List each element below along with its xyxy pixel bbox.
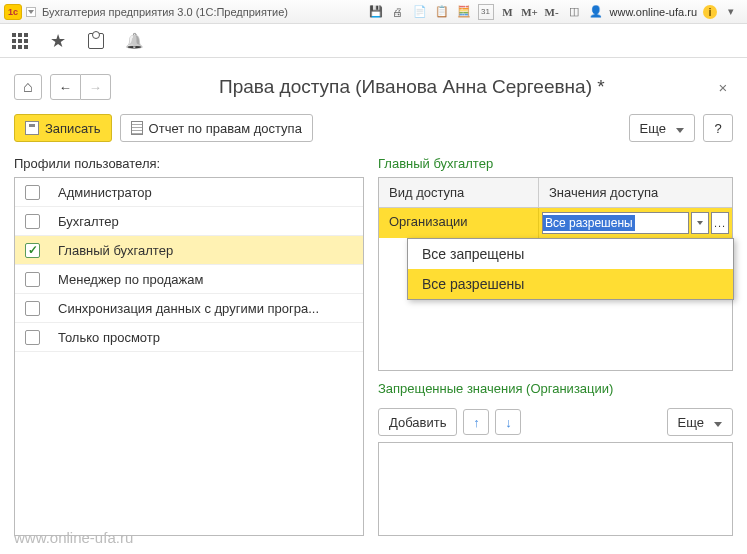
move-down-button[interactable] <box>495 409 521 435</box>
help-button[interactable]: ? <box>703 114 733 142</box>
page-header: ← → Права доступа (Иванова Анна Сергеевн… <box>14 74 733 100</box>
nav-forward-button[interactable]: → <box>81 74 111 100</box>
list-item[interactable]: Главный бухгалтер <box>15 236 363 265</box>
report-button[interactable]: Отчет по правам доступа <box>120 114 313 142</box>
checkbox[interactable] <box>25 301 40 316</box>
print-icon[interactable]: 🖨 <box>390 4 406 20</box>
app-title: Бухгалтерия предприятия 3.0 (1С:Предприя… <box>42 6 288 18</box>
value-dropdown-button[interactable] <box>691 212 709 234</box>
arrow-down-icon <box>505 415 512 430</box>
logo-1c-icon: 1c <box>4 4 22 20</box>
home-icon <box>23 78 33 96</box>
user-link[interactable]: www.online-ufa.ru <box>610 4 697 20</box>
main-toolbar <box>0 24 747 58</box>
checkbox[interactable] <box>25 185 40 200</box>
col-header-value: Значения доступа <box>539 178 732 207</box>
forbidden-values-list[interactable] <box>378 442 733 536</box>
m-minus-icon[interactable]: M- <box>544 4 560 20</box>
sysbar-icons: 💾 🖨 📄 📋 🧮 31 M M+ M- ◫ 👤 www.online-ufa.… <box>368 4 743 20</box>
list-item-label: Главный бухгалтер <box>58 243 173 258</box>
list-item[interactable]: Администратор <box>15 178 363 207</box>
access-kind-cell: Организации <box>379 208 539 238</box>
calendar-icon[interactable]: 31 <box>478 4 494 20</box>
save-button[interactable]: Записать <box>14 114 112 142</box>
checkbox[interactable] <box>25 272 40 287</box>
value-lookup-button[interactable]: ... <box>711 212 729 234</box>
table-row[interactable]: Организации Все разрешены ... <box>379 208 732 238</box>
user-icon[interactable]: 👤 <box>588 4 604 20</box>
clipboard-icon[interactable]: 📋 <box>434 4 450 20</box>
access-table: Вид доступа Значения доступа Организации… <box>378 177 733 371</box>
table-header: Вид доступа Значения доступа <box>379 178 732 208</box>
more-label: Еще <box>678 415 704 430</box>
arrow-up-icon <box>473 415 480 430</box>
action-bar: Записать Отчет по правам доступа Еще ? <box>14 114 733 142</box>
save-icon[interactable]: 💾 <box>368 4 384 20</box>
sysbar-more-dropdown[interactable]: ▾ <box>723 4 739 20</box>
profiles-list: Администратор Бухгалтер Главный бухгалте… <box>14 177 364 536</box>
checkbox-checked[interactable] <box>25 243 40 258</box>
notifications-icon[interactable] <box>124 31 144 51</box>
m-plus-icon[interactable]: M+ <box>522 4 538 20</box>
profiles-label: Профили пользователя: <box>14 156 364 171</box>
report-label: Отчет по правам доступа <box>149 121 302 136</box>
more-button[interactable]: Еще <box>629 114 695 142</box>
checkbox[interactable] <box>25 330 40 345</box>
page-title: Права доступа (Иванова Анна Сергеевна) * <box>119 76 705 98</box>
forbidden-more-button[interactable]: Еще <box>667 408 733 436</box>
dropdown-option[interactable]: Все разрешены <box>408 269 733 299</box>
info-icon[interactable]: i <box>703 5 717 19</box>
chevron-down-icon <box>672 121 684 136</box>
list-item-label: Только просмотр <box>58 330 160 345</box>
watermark: www.online-ufa.ru <box>14 529 133 546</box>
list-item[interactable]: Менеджер по продажам <box>15 265 363 294</box>
doc-icon[interactable]: 📄 <box>412 4 428 20</box>
history-icon[interactable] <box>86 31 106 51</box>
nav-back-button[interactable]: ← <box>50 74 81 100</box>
calc-icon[interactable]: 🧮 <box>456 4 472 20</box>
selected-value: Все разрешены <box>543 215 635 231</box>
access-value-field[interactable]: Все разрешены <box>542 212 689 234</box>
report-icon <box>131 121 143 135</box>
sysbar-menu-dropdown[interactable] <box>26 7 36 17</box>
list-item[interactable]: Синхронизация данных с другими програ... <box>15 294 363 323</box>
list-item[interactable]: Только просмотр <box>15 323 363 352</box>
list-item-label: Администратор <box>58 185 152 200</box>
add-label: Добавить <box>389 415 446 430</box>
chevron-down-icon <box>710 415 722 430</box>
panes-icon[interactable]: ◫ <box>566 4 582 20</box>
home-button[interactable] <box>14 74 42 100</box>
close-button[interactable]: × <box>713 79 733 96</box>
forbidden-label: Запрещенные значения (Организации) <box>378 381 733 396</box>
dropdown-option[interactable]: Все запрещены <box>408 239 733 269</box>
list-item-label: Бухгалтер <box>58 214 119 229</box>
apps-grid-icon[interactable] <box>10 31 30 51</box>
list-item-label: Менеджер по продажам <box>58 272 203 287</box>
checkbox[interactable] <box>25 214 40 229</box>
add-button[interactable]: Добавить <box>378 408 457 436</box>
list-item[interactable]: Бухгалтер <box>15 207 363 236</box>
system-titlebar: 1c Бухгалтерия предприятия 3.0 (1С:Предп… <box>0 0 747 24</box>
favorites-icon[interactable] <box>48 31 68 51</box>
save-label: Записать <box>45 121 101 136</box>
m-icon[interactable]: M <box>500 4 516 20</box>
value-dropdown-popup: Все запрещены Все разрешены <box>407 238 734 300</box>
more-label: Еще <box>640 121 666 136</box>
access-section-label: Главный бухгалтер <box>378 156 733 171</box>
forbidden-actions: Добавить Еще <box>378 408 733 436</box>
save-icon <box>25 121 39 135</box>
move-up-button[interactable] <box>463 409 489 435</box>
list-item-label: Синхронизация данных с другими програ... <box>58 301 319 316</box>
col-header-kind: Вид доступа <box>379 178 539 207</box>
